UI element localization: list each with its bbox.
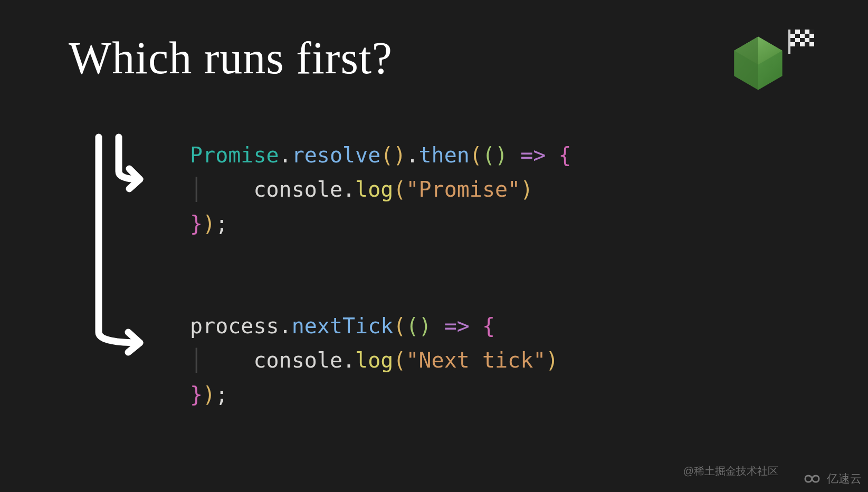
- svg-rect-18: [809, 38, 814, 42]
- svg-rect-7: [805, 30, 809, 34]
- svg-rect-20: [795, 42, 800, 46]
- slide-title: Which runs first?: [69, 32, 393, 84]
- svg-rect-6: [800, 30, 805, 34]
- svg-rect-9: [790, 34, 795, 38]
- svg-rect-16: [800, 38, 805, 42]
- svg-rect-3: [788, 30, 790, 54]
- infinity-icon: [800, 471, 824, 487]
- svg-rect-12: [805, 34, 809, 38]
- svg-rect-23: [809, 42, 814, 46]
- svg-rect-15: [795, 38, 800, 42]
- svg-rect-5: [795, 30, 800, 34]
- svg-rect-19: [790, 42, 795, 46]
- logo-group: [727, 32, 821, 95]
- checkered-flag-icon: [786, 28, 821, 55]
- credit-text: @稀土掘金技术社区: [683, 464, 778, 478]
- svg-rect-14: [790, 38, 795, 42]
- svg-rect-4: [790, 30, 795, 34]
- svg-rect-10: [795, 34, 800, 38]
- svg-marker-2: [734, 37, 758, 90]
- svg-rect-11: [800, 34, 805, 38]
- brand-text: 亿速云: [827, 471, 862, 487]
- svg-rect-17: [805, 38, 809, 42]
- node-logo-icon: [727, 32, 790, 95]
- token-process: process: [190, 314, 279, 338]
- token-promise: Promise: [190, 143, 279, 167]
- code-block: Promise.resolve().then(() => { │ console…: [190, 138, 571, 411]
- arrows-annotation: [87, 132, 177, 364]
- svg-rect-21: [800, 42, 805, 46]
- svg-rect-22: [805, 42, 809, 46]
- svg-rect-8: [809, 30, 814, 34]
- svg-rect-13: [809, 34, 814, 38]
- brand-watermark: 亿速云: [800, 471, 862, 487]
